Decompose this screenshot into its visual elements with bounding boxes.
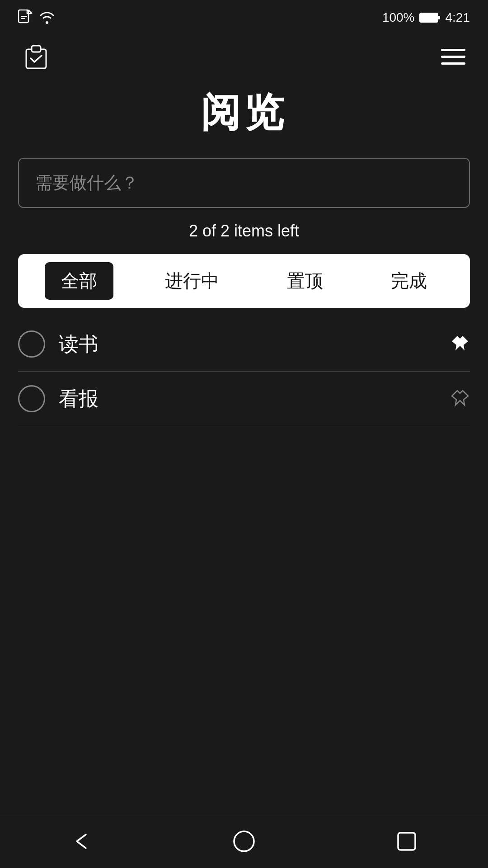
home-icon [232,830,256,853]
svg-rect-4 [32,46,41,52]
status-bar: 100% 4:21 [0,0,488,32]
hamburger-line-1 [441,49,465,51]
search-input[interactable] [18,158,470,208]
nav-back-button[interactable] [63,823,99,859]
tab-completed[interactable]: 完成 [375,262,443,300]
items-count: 2 of 2 items left [0,222,488,241]
pin-inactive-icon[interactable] [450,389,470,409]
filter-tabs: 全部 进行中 置顶 完成 [18,254,470,308]
battery-level: 100% [382,10,415,25]
svg-point-5 [234,831,254,851]
todo-checkbox-2[interactable] [18,385,45,412]
svg-rect-2 [438,16,440,19]
nav-home-button[interactable] [226,823,262,859]
wifi-icon [39,11,55,24]
app-header [0,32,488,81]
hamburger-line-2 [441,56,465,58]
svg-rect-6 [398,833,415,850]
hamburger-line-3 [441,62,465,65]
tab-pinned[interactable]: 置顶 [271,262,339,300]
battery-icon [419,11,441,24]
search-container [0,158,488,208]
tab-in-progress[interactable]: 进行中 [149,262,235,300]
tab-all[interactable]: 全部 [45,262,113,300]
bottom-nav [0,814,488,868]
clipboard-icon [23,43,50,70]
page-title: 阅览 [0,81,488,158]
recents-icon [396,831,417,852]
pin-active-icon[interactable] [450,334,470,354]
svg-rect-1 [420,13,438,22]
menu-button[interactable] [441,49,465,65]
list-item: 读书 [18,317,470,372]
todo-text-1: 读书 [59,331,436,358]
list-item: 看报 [18,372,470,426]
todo-text-2: 看报 [59,386,436,412]
status-left-icons [18,9,55,26]
back-icon [70,830,93,853]
todo-list: 读书 看报 [0,317,488,426]
file-icon [18,9,33,26]
nav-recents-button[interactable] [389,823,425,859]
todo-checkbox-1[interactable] [18,330,45,358]
time-display: 4:21 [446,10,470,25]
status-right: 100% 4:21 [382,10,470,25]
